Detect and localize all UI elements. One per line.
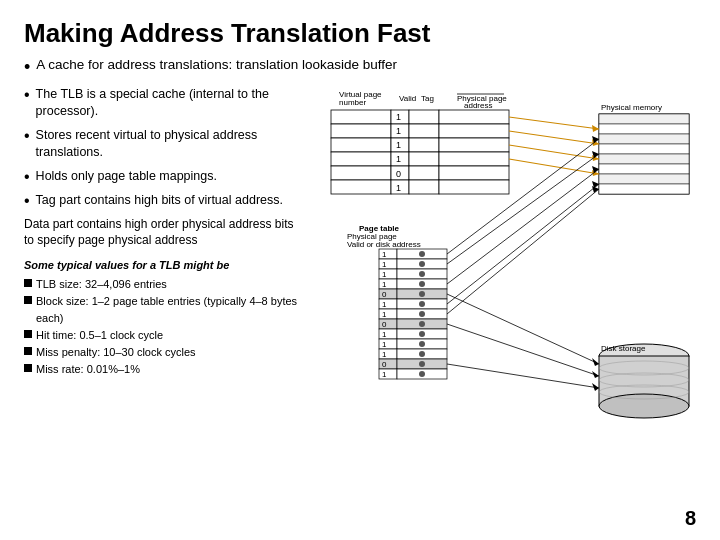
- svg-rect-30: [409, 180, 439, 194]
- sq-bullet-1: [24, 296, 32, 304]
- sq-bullet-4: [24, 364, 32, 372]
- typical-text-3: Miss penalty: 10–30 clock cycles: [36, 344, 196, 361]
- data-part-text: Data part contains high order physical a…: [24, 216, 299, 250]
- svg-text:1: 1: [382, 350, 387, 359]
- svg-rect-25: [409, 166, 439, 180]
- bullet-dot-4: •: [24, 193, 30, 209]
- svg-line-125: [447, 189, 599, 314]
- svg-text:0: 0: [382, 290, 387, 299]
- svg-line-131: [447, 364, 599, 388]
- svg-text:Valid or disk address: Valid or disk address: [347, 240, 421, 249]
- bullet-dot-3: •: [24, 169, 30, 185]
- svg-point-101: [419, 351, 425, 357]
- svg-text:Disk storage: Disk storage: [601, 344, 646, 353]
- bullet-text-2: Stores recent virtual to physical addres…: [36, 127, 299, 161]
- typical-text-1: Block size: 1–2 page table entries (typi…: [36, 293, 299, 327]
- svg-line-49: [509, 131, 599, 144]
- svg-rect-40: [599, 124, 689, 134]
- svg-point-73: [419, 281, 425, 287]
- svg-rect-42: [599, 144, 689, 154]
- svg-text:0: 0: [396, 169, 401, 179]
- svg-text:1: 1: [382, 250, 387, 259]
- svg-rect-9: [409, 110, 439, 124]
- svg-rect-19: [331, 152, 391, 166]
- svg-point-105: [419, 361, 425, 367]
- svg-text:Tag: Tag: [421, 94, 434, 103]
- svg-text:Physical memory: Physical memory: [601, 103, 662, 112]
- svg-text:number: number: [339, 98, 366, 107]
- bullet-dot-2: •: [24, 128, 30, 144]
- svg-rect-7: [331, 110, 391, 124]
- svg-marker-128: [592, 358, 599, 366]
- typical-text-0: TLB size: 32–4,096 entries: [36, 276, 167, 293]
- svg-text:1: 1: [382, 300, 387, 309]
- svg-text:1: 1: [382, 330, 387, 339]
- svg-line-53: [509, 159, 599, 174]
- svg-rect-22: [439, 152, 509, 166]
- svg-rect-26: [439, 166, 509, 180]
- svg-rect-28: [331, 180, 391, 194]
- typical-section: Some typical values for a TLB might be T…: [24, 257, 299, 378]
- subtitle-bullet: •: [24, 58, 30, 76]
- svg-marker-130: [592, 371, 599, 378]
- bullet-text-3: Holds only page table mappings.: [36, 168, 217, 185]
- bullet-1: • The TLB is a special cache (internal t…: [24, 86, 299, 120]
- subtitle: • A cache for address translations: tran…: [24, 57, 696, 76]
- bullet-2: • Stores recent virtual to physical addr…: [24, 127, 299, 161]
- svg-point-97: [419, 341, 425, 347]
- svg-line-129: [447, 324, 599, 376]
- svg-point-85: [419, 311, 425, 317]
- sq-bullet-2: [24, 330, 32, 338]
- svg-text:1: 1: [382, 370, 387, 379]
- svg-text:1: 1: [382, 280, 387, 289]
- svg-line-51: [509, 145, 599, 159]
- svg-rect-11: [331, 124, 391, 138]
- svg-rect-14: [439, 124, 509, 138]
- svg-text:1: 1: [382, 270, 387, 279]
- svg-point-77: [419, 291, 425, 297]
- svg-rect-45: [599, 174, 689, 184]
- svg-line-47: [509, 117, 599, 129]
- slide-title: Making Address Translation Fast: [24, 18, 696, 49]
- svg-text:1: 1: [396, 140, 401, 150]
- svg-rect-15: [331, 138, 391, 152]
- left-column: • The TLB is a special cache (internal t…: [24, 86, 299, 479]
- slide: Making Address Translation Fast • A cach…: [0, 0, 720, 540]
- svg-text:1: 1: [396, 183, 401, 193]
- svg-point-93: [419, 331, 425, 337]
- typical-item-4: Miss rate: 0.01%–1%: [24, 361, 299, 378]
- svg-point-61: [419, 251, 425, 257]
- typical-text-4: Miss rate: 0.01%–1%: [36, 361, 140, 378]
- bullet-4: • Tag part contains high bits of virtual…: [24, 192, 299, 209]
- svg-text:1: 1: [396, 126, 401, 136]
- typical-text-2: Hit time: 0.5–1 clock cycle: [36, 327, 163, 344]
- page-number: 8: [685, 507, 696, 530]
- svg-line-123: [447, 184, 599, 304]
- svg-text:Valid: Valid: [399, 94, 416, 103]
- content-area: • The TLB is a special cache (internal t…: [24, 86, 696, 479]
- svg-rect-18: [439, 138, 509, 152]
- svg-marker-48: [592, 125, 599, 132]
- svg-rect-41: [599, 134, 689, 144]
- svg-rect-39: [599, 114, 689, 124]
- svg-rect-43: [599, 154, 689, 164]
- svg-rect-17: [409, 138, 439, 152]
- bullet-3: • Holds only page table mappings.: [24, 168, 299, 185]
- svg-text:1: 1: [382, 260, 387, 269]
- typical-item-0: TLB size: 32–4,096 entries: [24, 276, 299, 293]
- svg-line-127: [447, 294, 599, 364]
- bullet-dot-1: •: [24, 87, 30, 103]
- svg-text:1: 1: [382, 310, 387, 319]
- svg-rect-10: [439, 110, 509, 124]
- bullet-text-1: The TLB is a special cache (internal to …: [36, 86, 299, 120]
- svg-text:0: 0: [382, 360, 387, 369]
- tlb-diagram: Virtual page number Valid Tag Physical p…: [309, 86, 720, 476]
- svg-rect-31: [439, 180, 509, 194]
- bullet-text-4: Tag part contains high bits of virtual a…: [36, 192, 283, 209]
- subtitle-text: A cache for address translations: transl…: [36, 57, 397, 72]
- svg-rect-13: [409, 124, 439, 138]
- svg-point-69: [419, 271, 425, 277]
- svg-point-112: [599, 394, 689, 418]
- svg-text:1: 1: [396, 154, 401, 164]
- svg-point-81: [419, 301, 425, 307]
